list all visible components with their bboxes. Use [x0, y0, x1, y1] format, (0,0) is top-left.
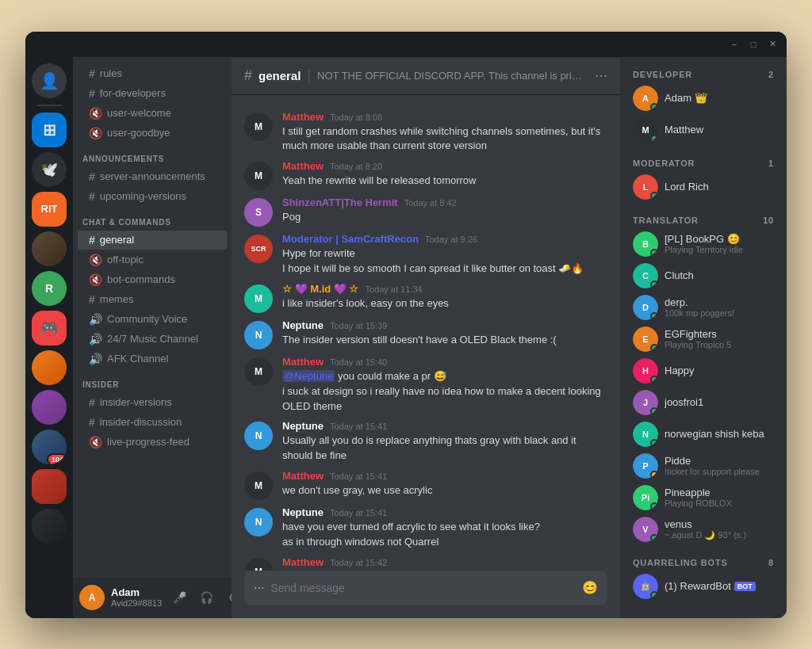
member-item-lord-rich[interactable]: L Lord Rich — [626, 171, 780, 203]
chat-header: # general | NOT THE OFFICIAL DISCORD APP… — [232, 57, 620, 95]
msg-avatar: N — [244, 422, 273, 450]
chat-header-topic: NOT THE OFFICIAL DISCORD APP. This chann… — [317, 70, 588, 82]
server-icon-feather[interactable]: 🕊️ — [32, 152, 67, 187]
msg-author[interactable]: Neptune — [282, 319, 324, 331]
member-avatar: M — [633, 117, 658, 143]
server-icon-extra2[interactable] — [32, 509, 67, 544]
member-item-clutch[interactable]: C Clutch — [626, 260, 780, 292]
category-announcements[interactable]: ANNOUNCEMENTS — [73, 143, 232, 166]
msg-text: we don't use gray, we use acrylic — [282, 483, 607, 498]
channel-item-music[interactable]: 🔊 24/7 Music Channel — [78, 330, 227, 349]
channel-list: # rules # for-developers 🔇 user-welcome … — [73, 57, 232, 577]
hash-icon: # — [89, 416, 95, 429]
category-chat[interactable]: CHAT & COMMANDS — [73, 207, 232, 230]
member-item-egfighters[interactable]: E EGFighters Playing Tropico 5 — [626, 323, 780, 355]
member-item-bookpg[interactable]: B [PL] BookPG 😊 Playing Territory idle — [626, 228, 780, 260]
mute-icon: 🔇 — [89, 436, 102, 449]
chat-input-box: ··· 😊 — [244, 571, 607, 605]
channel-item-rules[interactable]: # rules — [78, 64, 227, 83]
close-button[interactable]: ✕ — [768, 40, 777, 49]
user-icon[interactable]: 👤 — [32, 63, 67, 98]
msg-author[interactable]: Matthew — [282, 556, 324, 568]
member-item-norwegian[interactable]: N norwegian shish keba — [626, 418, 780, 450]
status-dot — [650, 281, 658, 288]
server-icon-windows[interactable]: ⊞ — [32, 113, 67, 147]
channel-item-community-voice[interactable]: 🔊 Community Voice — [78, 310, 227, 329]
member-item-pineapple[interactable]: Pi Pineapple Playing ROBLOX — [626, 482, 780, 513]
maximize-button[interactable]: □ — [749, 40, 758, 49]
member-item-adam[interactable]: A Adam 👑 — [626, 82, 780, 114]
msg-author[interactable]: Matthew — [282, 356, 324, 368]
member-category-translator: Translator 10 — [626, 203, 780, 228]
channel-item-off-topic[interactable]: 🔇 off-topic — [78, 250, 227, 269]
member-avatar: Pi — [633, 485, 658, 510]
member-list: Developer 2 A Adam 👑 M Matthew — [620, 57, 787, 618]
member-item-venus[interactable]: V venus ~.agust D 🌙 93° (s.) — [626, 513, 780, 545]
server-icon-rit[interactable]: RIT — [32, 192, 67, 227]
msg-author[interactable]: Neptune — [282, 506, 324, 518]
member-avatar: D — [633, 295, 658, 320]
member-item-matthew[interactable]: M Matthew — [626, 114, 780, 146]
msg-avatar: M — [244, 284, 273, 313]
msg-avatar: M — [244, 113, 273, 141]
emoji-icon[interactable]: 😊 — [582, 580, 598, 595]
msg-author[interactable]: Matthew — [282, 160, 324, 172]
channel-item-live-progress[interactable]: 🔇 live-progress-feed — [78, 433, 227, 452]
msg-author[interactable]: Matthew — [282, 111, 324, 123]
msg-author[interactable]: Matthew — [282, 470, 324, 482]
status-dot — [650, 439, 658, 447]
member-item-derp[interactable]: D derp. 100k mp poggers! — [626, 292, 780, 323]
server-icon-extra1[interactable] — [32, 469, 67, 504]
message-group: M Matthew Today at 15:41 we don't use gr… — [232, 467, 620, 503]
channel-name: bot-commands — [107, 273, 175, 285]
member-category-developer: Developer 2 — [626, 70, 780, 82]
chat-input[interactable] — [270, 582, 576, 594]
channel-item-general[interactable]: # general — [78, 231, 227, 250]
server-icon-colorful[interactable]: 🎮 — [32, 311, 67, 345]
member-item-rewardbot[interactable]: 🤖 (1) RewardBot BOT — [626, 571, 780, 602]
channel-item-memes[interactable]: # memes — [78, 290, 227, 309]
msg-text: Hype for rewriteI hope it will be so smo… — [282, 246, 607, 277]
status-dot — [650, 591, 658, 599]
member-item-joosfroi[interactable]: J joosfroi1 — [626, 387, 780, 418]
status-dot — [650, 103, 658, 111]
server-icon-avatar1[interactable] — [32, 231, 67, 266]
channel-item-for-developers[interactable]: # for-developers — [78, 84, 227, 103]
mute-button[interactable]: 🎤 — [168, 586, 190, 609]
channel-item-upcoming-versions[interactable]: # upcoming-versions — [78, 187, 227, 206]
msg-author[interactable]: Moderator | SamCraftRecon — [282, 233, 419, 245]
member-name: norwegian shish keba — [665, 428, 774, 440]
server-icon-avatar3[interactable] — [32, 390, 67, 425]
channel-name: insider-discussion — [100, 416, 182, 428]
channel-item-user-goodbye[interactable]: 🔇 user-goodbye — [78, 124, 227, 143]
member-item-pidde[interactable]: P Pidde !ticket for support please — [626, 450, 780, 482]
member-info: venus ~.agust D 🌙 93° (s.) — [665, 518, 774, 540]
server-icon-avatar2[interactable] — [32, 350, 67, 385]
bot-name: (1) RewardBot — [665, 580, 731, 592]
chat-messages: M Matthew Today at 8:08 I still get rand… — [232, 95, 620, 571]
channel-item-user-welcome[interactable]: 🔇 user-welcome — [78, 104, 227, 123]
member-name: Adam 👑 — [665, 92, 774, 104]
more-options-icon[interactable]: ⋯ — [595, 68, 607, 83]
channel-name: general — [100, 234, 134, 246]
minimize-button[interactable]: − — [730, 40, 739, 49]
server-icon-r[interactable]: R — [32, 271, 67, 306]
member-item-happy[interactable]: H Happy — [626, 355, 780, 387]
user-name: Adam — [111, 586, 162, 598]
channel-name: AFK Channel — [107, 353, 168, 365]
status-dot — [650, 312, 658, 320]
channel-item-afk[interactable]: 🔊 AFK Channel — [78, 349, 227, 368]
server-icon-badge[interactable]: 104 — [32, 429, 67, 464]
voice-icon: 🔊 — [89, 313, 102, 326]
category-insider[interactable]: INSIDER — [73, 369, 232, 392]
channel-item-insider-versions[interactable]: # insider-versions — [78, 393, 227, 412]
channel-item-insider-discussion[interactable]: # insider-discussion — [78, 413, 227, 432]
deafen-button[interactable]: 🎧 — [195, 586, 217, 609]
user-avatar[interactable]: A — [79, 585, 105, 610]
channel-item-bot-commands[interactable]: 🔇 bot-commands — [78, 270, 227, 289]
msg-author[interactable]: ☆ 💜 M.id 💜 ☆ — [282, 283, 358, 295]
msg-author[interactable]: ShinzenATT|The Hermit — [282, 197, 398, 208]
channel-item-server-announcements[interactable]: # server-announcements — [78, 167, 227, 186]
msg-author[interactable]: Neptune — [282, 420, 324, 432]
member-name: Clutch — [665, 269, 774, 281]
